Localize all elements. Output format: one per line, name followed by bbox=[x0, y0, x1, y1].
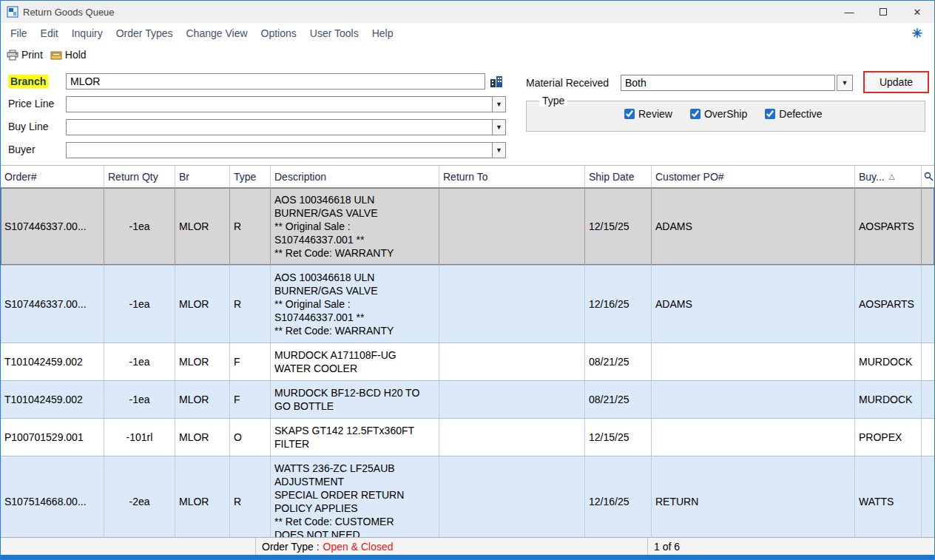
header-type[interactable]: Type bbox=[230, 166, 271, 187]
close-button[interactable]: ✕ bbox=[900, 1, 934, 23]
price-line-dropdown-button[interactable]: ▼ bbox=[492, 96, 506, 112]
table-row[interactable]: P100701529.001-101rlMLOROSKAPS GT142 12.… bbox=[1, 419, 934, 456]
cell-br: MLOR bbox=[175, 381, 230, 418]
update-button[interactable]: Update bbox=[863, 71, 929, 93]
cell-spacer bbox=[922, 381, 934, 418]
status-bar: Order Type : Open & Closed 1 of 6 bbox=[1, 537, 934, 555]
menu-item-change-view[interactable]: Change View bbox=[180, 24, 254, 42]
cell-return-to bbox=[439, 381, 585, 418]
cell-type: F bbox=[230, 343, 271, 380]
cell-buy: PROPEX bbox=[855, 419, 922, 456]
menu-item-edit[interactable]: Edit bbox=[34, 24, 65, 42]
cell-description: AOS 100346618 ULN BURNER/GAS VALVE ** Or… bbox=[271, 188, 439, 265]
header-buy[interactable]: Buy... △ bbox=[855, 166, 922, 187]
checkbox-overship[interactable]: OverShip bbox=[690, 108, 747, 120]
print-label: Print bbox=[21, 49, 43, 61]
results-grid: Order# Return Qty Br Type Description Re… bbox=[1, 165, 934, 537]
cell-buy: MURDOCK bbox=[855, 343, 922, 380]
cell-description: AOS 100346618 ULN BURNER/GAS VALVE ** Or… bbox=[271, 266, 439, 343]
return-goods-queue-window: Return Goods Queue — ✕ FileEditInquiryOr… bbox=[0, 0, 935, 560]
buyer-input[interactable] bbox=[66, 142, 493, 158]
checkbox-label: Review bbox=[638, 108, 672, 120]
branch-lookup-button[interactable] bbox=[489, 74, 505, 89]
checkbox-defective-input[interactable] bbox=[765, 109, 775, 119]
cell-customer-po: ADAMS bbox=[652, 188, 855, 265]
menu-item-order-types[interactable]: Order Types bbox=[109, 24, 180, 42]
table-header-row: Order# Return Qty Br Type Description Re… bbox=[1, 166, 934, 188]
table-row[interactable]: S107446337.00...-1eaMLORRAOS 100346618 U… bbox=[1, 188, 934, 266]
material-received-input[interactable] bbox=[621, 75, 835, 91]
header-return-qty[interactable]: Return Qty bbox=[104, 166, 175, 187]
cell-spacer bbox=[922, 188, 934, 265]
table-row[interactable]: T101042459.002-1eaMLORFMURDOCK BF12-BCD … bbox=[1, 381, 934, 419]
checkbox-review[interactable]: Review bbox=[624, 108, 672, 120]
cell-customer-po: RETURN bbox=[652, 456, 855, 537]
buyer-label: Buyer bbox=[8, 144, 36, 155]
cell-customer-po bbox=[652, 343, 855, 380]
cell-ship-date: 12/16/25 bbox=[585, 456, 652, 537]
cell-customer-po: ADAMS bbox=[652, 266, 855, 343]
cell-spacer bbox=[922, 343, 934, 380]
menu-item-file[interactable]: File bbox=[4, 24, 34, 42]
cell-qty: -101rl bbox=[104, 419, 175, 456]
cell-type: R bbox=[230, 456, 271, 537]
header-search-cell[interactable] bbox=[922, 166, 934, 187]
cell-description: WATTS 236-ZC LF25AUB ADJUSTMENT SPECIAL … bbox=[271, 456, 439, 537]
header-return-to[interactable]: Return To bbox=[439, 166, 585, 187]
cell-type: O bbox=[230, 419, 271, 456]
cell-buy: AOSPARTS bbox=[855, 188, 922, 265]
table-row[interactable]: S107514668.00...-2eaMLORRWATTS 236-ZC LF… bbox=[1, 456, 934, 537]
branch-input[interactable] bbox=[66, 73, 485, 90]
cell-qty: -1ea bbox=[104, 343, 175, 380]
maximize-icon bbox=[880, 8, 887, 16]
header-ship-date[interactable]: Ship Date bbox=[585, 166, 652, 187]
cell-customer-po bbox=[652, 419, 855, 456]
checkbox-defective[interactable]: Defective bbox=[765, 108, 822, 120]
material-received-label: Material Received bbox=[526, 77, 609, 89]
buy-line-dropdown-button[interactable]: ▼ bbox=[492, 119, 506, 135]
price-line-input[interactable] bbox=[66, 96, 493, 112]
cell-type: R bbox=[230, 266, 271, 343]
menu-item-help[interactable]: Help bbox=[365, 24, 400, 42]
menu-item-options[interactable]: Options bbox=[254, 24, 303, 42]
cell-description: MURDOCK A171108F-UG WATER COOLER bbox=[271, 343, 439, 380]
window-title: Return Goods Queue bbox=[23, 7, 115, 18]
hold-button[interactable]: Hold bbox=[50, 49, 87, 61]
filter-panel: Branch Price Line ▼ Buy Line ▼ B bbox=[1, 66, 934, 165]
table-row[interactable]: S107446337.00...-1eaMLORRAOS 100346618 U… bbox=[1, 266, 934, 343]
checkbox-review-input[interactable] bbox=[624, 109, 635, 119]
checkbox-overship-input[interactable] bbox=[690, 109, 701, 119]
table-row[interactable]: T101042459.002-1eaMLORFMURDOCK A171108F-… bbox=[1, 343, 934, 381]
branch-buildings-icon bbox=[489, 75, 505, 88]
cell-buy: AOSPARTS bbox=[855, 266, 922, 343]
buy-line-input[interactable] bbox=[66, 119, 493, 135]
cell-ship-date: 08/21/25 bbox=[585, 381, 652, 418]
header-order[interactable]: Order# bbox=[1, 166, 104, 187]
material-received-dropdown-button[interactable]: ▼ bbox=[837, 75, 853, 91]
menu-bar: FileEditInquiryOrder TypesChange ViewOpt… bbox=[1, 23, 934, 44]
header-description[interactable]: Description bbox=[271, 166, 439, 187]
cell-spacer bbox=[922, 266, 934, 343]
cell-order: T101042459.002 bbox=[1, 381, 104, 418]
type-group-label: Type bbox=[539, 95, 567, 107]
cell-br: MLOR bbox=[175, 343, 230, 380]
record-position: 1 of 6 bbox=[654, 541, 680, 553]
checkbox-label: Defective bbox=[779, 108, 822, 120]
cell-order: S107446337.00... bbox=[1, 266, 104, 343]
toolbar: Print Hold bbox=[1, 44, 934, 66]
print-button[interactable]: Print bbox=[7, 49, 43, 61]
cell-spacer bbox=[922, 456, 934, 537]
menu-item-inquiry[interactable]: Inquiry bbox=[65, 24, 109, 42]
cell-qty: -1ea bbox=[104, 381, 175, 418]
magnifier-icon bbox=[924, 172, 934, 181]
header-customer-po[interactable]: Customer PO# bbox=[652, 166, 855, 187]
buyer-dropdown-button[interactable]: ▼ bbox=[492, 142, 506, 158]
cell-return-to bbox=[439, 266, 585, 343]
cell-ship-date: 08/21/25 bbox=[585, 343, 652, 380]
header-br[interactable]: Br bbox=[175, 166, 230, 187]
minimize-button[interactable]: — bbox=[832, 1, 866, 23]
cell-type: R bbox=[230, 188, 271, 265]
menu-item-user-tools[interactable]: User Tools bbox=[303, 24, 365, 42]
snowflake-icon[interactable]: ✳ bbox=[912, 26, 922, 41]
maximize-button[interactable] bbox=[866, 1, 900, 23]
